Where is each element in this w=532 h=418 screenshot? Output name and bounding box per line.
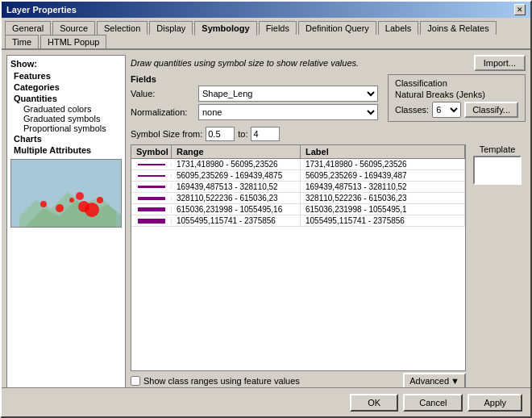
svg-point-3 [40,201,47,207]
svg-point-8 [85,203,99,217]
table-row[interactable]: 1055495,115741 - 2375856 1055495,115741 … [131,215,465,227]
tab-html-popup[interactable]: HTML Popup [40,35,106,48]
description-bar: Draw quantities using symbol size to sho… [131,55,526,71]
table-row[interactable]: 615036,231998 - 1055495,16 615036,231998… [131,204,465,215]
chevron-down-icon: ▼ [451,376,459,386]
tab-display[interactable]: Display [149,21,193,35]
tab-general[interactable]: General [5,21,51,35]
value-select[interactable]: Shape_Leng [198,86,378,102]
apply-button[interactable]: Apply [468,394,522,412]
show-label: Show: [10,59,122,69]
right-panel: Draw quantities using symbol size to sho… [131,55,526,389]
size-row: Symbol Size from: to: [131,127,526,141]
fields-col: Fields Value: Shape_Leng Normalization: … [131,74,378,122]
tree-item-quantities[interactable]: Quantities [10,93,122,104]
map-preview [10,159,122,228]
svg-point-4 [56,204,64,212]
show-class-ranges-text: Show class ranges using feature values [143,376,300,386]
show-class-ranges-label[interactable]: Show class ranges using feature values [131,376,300,386]
close-button[interactable]: ✕ [514,4,526,15]
tab-labels[interactable]: Labels [378,21,418,35]
svg-point-5 [69,198,74,203]
footer: OK Cancel Apply [2,387,530,416]
classification-title: Classification [395,78,518,88]
col-label: Label [301,145,465,158]
layer-properties-window: Layer Properties ✕ General Source Select… [0,0,532,418]
svg-point-9 [97,197,103,203]
size-to-label: to: [238,129,247,139]
tab-bar: General Source Selection Display Symbolo… [2,18,530,50]
import-button[interactable]: Import... [474,55,526,71]
tree-item-multiple-attributes[interactable]: Multiple Attributes [10,144,122,156]
template-section: Template [469,144,526,389]
classification-method: Natural Breaks (Jenks) [395,90,518,99]
window-title: Layer Properties [6,5,77,15]
table-row[interactable]: 56095,235269 - 169439,4875 56095,235269 … [131,170,465,182]
table-header: Symbol Range Label [131,145,465,159]
classification-box: Classification Natural Breaks (Jenks) Cl… [388,74,526,122]
tree-child-graduated-colors[interactable]: Graduated colors [10,104,122,114]
classes-label: Classes: [395,105,429,115]
table-row[interactable]: 169439,487513 - 328110,52 169439,487513 … [131,182,465,193]
tab-time[interactable]: Time [5,35,39,48]
tab-selection[interactable]: Selection [97,21,148,35]
tree-item-charts[interactable]: Charts [10,133,122,144]
tree-item-features[interactable]: Features [10,70,122,82]
tab-fields[interactable]: Fields [259,21,297,35]
tree-child-proportional-symbols[interactable]: Proportional symbols [10,123,122,133]
normalization-select[interactable]: none [198,104,378,120]
normalization-row: Normalization: none [131,104,378,120]
tab-definition-query[interactable]: Definition Query [298,21,376,35]
fields-label: Fields [131,74,378,84]
table-row[interactable]: 328110,522236 - 615036,23 328110,522236 … [131,193,465,204]
col-range: Range [172,145,301,158]
bottom-row: Show class ranges using feature values A… [131,373,466,389]
value-row: Value: Shape_Leng [131,86,378,102]
left-panel: Show: Features Categories Quantities Gra… [6,55,126,389]
main-content: Show: Features Categories Quantities Gra… [2,50,530,394]
size-from-input[interactable] [206,127,235,141]
advanced-button[interactable]: Advanced ▼ [403,373,466,389]
col-symbol: Symbol [131,145,172,158]
table-body: 1731,418980 - 56095,23526 1731,418980 - … [131,159,465,227]
classes-select[interactable]: 6 [432,102,461,118]
tree-item-categories[interactable]: Categories [10,82,122,93]
table-row[interactable]: 1731,418980 - 56095,23526 1731,418980 - … [131,159,465,170]
map-svg [11,160,122,228]
ok-button[interactable]: OK [350,394,398,412]
description-text: Draw quantities using symbol size to sho… [131,58,359,68]
classes-row: Classes: 6 Classify... [395,102,518,118]
tab-joins-relates[interactable]: Joins & Relates [420,21,496,35]
middle-row: Fields Value: Shape_Leng Normalization: … [131,74,526,122]
tree-child-graduated-symbols[interactable]: Graduated symbols [10,114,122,123]
tab-symbology[interactable]: Symbology [194,21,256,36]
svg-point-7 [76,192,84,200]
show-class-ranges-checkbox[interactable] [131,376,140,386]
classify-button[interactable]: Classify... [464,102,518,118]
value-label: Value: [131,89,195,98]
normalization-label: Normalization: [131,107,195,117]
size-from-label: Symbol Size from: [131,129,202,139]
cancel-button[interactable]: Cancel [403,394,463,412]
template-box[interactable] [473,156,522,185]
symbol-table: Symbol Range Label 1731,418980 - 56095,2… [131,144,466,371]
template-label: Template [480,144,516,154]
size-to-input[interactable] [251,127,280,141]
title-bar: Layer Properties ✕ [2,2,530,18]
tab-source[interactable]: Source [52,21,95,35]
